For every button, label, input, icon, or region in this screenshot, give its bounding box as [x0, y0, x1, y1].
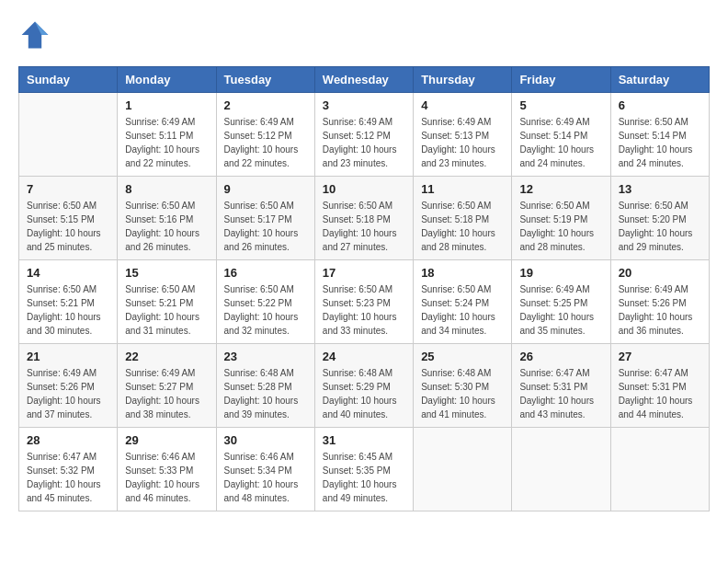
day-number: 24 [323, 350, 405, 363]
day-info: Sunrise: 6:50 AMSunset: 5:22 PMDaylight:… [224, 282, 307, 338]
calendar-cell: 13Sunrise: 6:50 AMSunset: 5:20 PMDayligh… [610, 177, 709, 260]
day-number: 12 [519, 182, 602, 196]
calendar-cell: 4Sunrise: 6:49 AMSunset: 5:13 PMDaylight… [414, 93, 512, 177]
calendar-week-row: 21Sunrise: 6:49 AMSunset: 5:26 PMDayligh… [19, 344, 710, 428]
day-number: 9 [224, 182, 307, 196]
day-number: 28 [27, 433, 109, 447]
day-info: Sunrise: 6:49 AMSunset: 5:12 PMDaylight:… [323, 115, 405, 170]
weekday-header: Saturday [610, 67, 709, 93]
weekday-header: Sunday [19, 67, 118, 93]
calendar-cell: 17Sunrise: 6:50 AMSunset: 5:23 PMDayligh… [314, 260, 413, 344]
day-number: 26 [519, 350, 602, 363]
calendar-cell: 9Sunrise: 6:50 AMSunset: 5:17 PMDaylight… [216, 177, 314, 260]
weekday-header: Friday [512, 67, 610, 93]
calendar-cell: 11Sunrise: 6:50 AMSunset: 5:18 PMDayligh… [414, 177, 512, 260]
day-number: 31 [323, 433, 405, 447]
day-info: Sunrise: 6:50 AMSunset: 5:15 PMDaylight:… [27, 199, 109, 254]
calendar-cell: 23Sunrise: 6:48 AMSunset: 5:28 PMDayligh… [216, 344, 314, 428]
day-number: 16 [224, 266, 307, 280]
calendar-cell: 16Sunrise: 6:50 AMSunset: 5:22 PMDayligh… [216, 260, 314, 344]
day-number: 29 [125, 433, 208, 447]
day-info: Sunrise: 6:49 AMSunset: 5:25 PMDaylight:… [519, 282, 602, 338]
day-info: Sunrise: 6:46 AMSunset: 5:34 PMDaylight:… [224, 450, 307, 505]
calendar-week-row: 7Sunrise: 6:50 AMSunset: 5:15 PMDaylight… [19, 177, 710, 260]
calendar-cell: 30Sunrise: 6:46 AMSunset: 5:34 PMDayligh… [216, 428, 314, 511]
day-info: Sunrise: 6:49 AMSunset: 5:27 PMDaylight:… [125, 366, 208, 421]
day-info: Sunrise: 6:50 AMSunset: 5:17 PMDaylight:… [224, 199, 307, 254]
calendar-cell: 3Sunrise: 6:49 AMSunset: 5:12 PMDaylight… [314, 93, 413, 177]
day-number: 13 [619, 182, 701, 196]
day-info: Sunrise: 6:50 AMSunset: 5:16 PMDaylight:… [125, 199, 208, 254]
page-header [18, 18, 710, 52]
calendar-header-row: SundayMondayTuesdayWednesdayThursdayFrid… [19, 67, 710, 93]
calendar-cell: 19Sunrise: 6:49 AMSunset: 5:25 PMDayligh… [512, 260, 610, 344]
weekday-header: Thursday [414, 67, 512, 93]
calendar-cell: 29Sunrise: 6:46 AMSunset: 5:33 PMDayligh… [118, 428, 216, 511]
calendar-week-row: 28Sunrise: 6:47 AMSunset: 5:32 PMDayligh… [19, 428, 710, 511]
day-number: 14 [27, 266, 109, 280]
day-info: Sunrise: 6:49 AMSunset: 5:11 PMDaylight:… [125, 115, 208, 170]
day-info: Sunrise: 6:50 AMSunset: 5:20 PMDaylight:… [619, 199, 701, 254]
calendar-cell: 8Sunrise: 6:50 AMSunset: 5:16 PMDaylight… [118, 177, 216, 260]
day-number: 8 [125, 182, 208, 196]
day-info: Sunrise: 6:47 AMSunset: 5:31 PMDaylight:… [519, 366, 602, 421]
calendar-cell: 10Sunrise: 6:50 AMSunset: 5:18 PMDayligh… [314, 177, 413, 260]
calendar-cell: 5Sunrise: 6:49 AMSunset: 5:14 PMDaylight… [512, 93, 610, 177]
day-number: 6 [619, 98, 701, 112]
logo-icon [18, 18, 51, 52]
day-info: Sunrise: 6:50 AMSunset: 5:14 PMDaylight:… [619, 115, 701, 170]
calendar-cell: 1Sunrise: 6:49 AMSunset: 5:11 PMDaylight… [118, 93, 216, 177]
day-info: Sunrise: 6:45 AMSunset: 5:35 PMDaylight:… [323, 450, 405, 505]
day-info: Sunrise: 6:49 AMSunset: 5:26 PMDaylight:… [27, 366, 109, 421]
day-number: 21 [27, 350, 109, 363]
day-info: Sunrise: 6:50 AMSunset: 5:23 PMDaylight:… [323, 282, 405, 338]
day-info: Sunrise: 6:46 AMSunset: 5:33 PMDaylight:… [125, 450, 208, 505]
day-info: Sunrise: 6:50 AMSunset: 5:24 PMDaylight:… [421, 282, 504, 338]
calendar-cell [610, 428, 709, 511]
calendar-cell: 26Sunrise: 6:47 AMSunset: 5:31 PMDayligh… [512, 344, 610, 428]
day-info: Sunrise: 6:50 AMSunset: 5:21 PMDaylight:… [27, 282, 109, 338]
weekday-header: Tuesday [216, 67, 314, 93]
weekday-header: Wednesday [314, 67, 413, 93]
day-number: 11 [421, 182, 504, 196]
day-info: Sunrise: 6:47 AMSunset: 5:32 PMDaylight:… [27, 450, 109, 505]
day-info: Sunrise: 6:49 AMSunset: 5:12 PMDaylight:… [224, 115, 307, 170]
calendar-cell: 7Sunrise: 6:50 AMSunset: 5:15 PMDaylight… [19, 177, 118, 260]
calendar-cell: 20Sunrise: 6:49 AMSunset: 5:26 PMDayligh… [610, 260, 709, 344]
calendar-week-row: 1Sunrise: 6:49 AMSunset: 5:11 PMDaylight… [19, 93, 710, 177]
logo [18, 18, 57, 52]
day-number: 20 [619, 266, 701, 280]
day-info: Sunrise: 6:47 AMSunset: 5:31 PMDaylight:… [619, 366, 701, 421]
calendar-body: 1Sunrise: 6:49 AMSunset: 5:11 PMDaylight… [19, 93, 710, 511]
day-info: Sunrise: 6:50 AMSunset: 5:19 PMDaylight:… [519, 199, 602, 254]
calendar-cell: 12Sunrise: 6:50 AMSunset: 5:19 PMDayligh… [512, 177, 610, 260]
calendar-week-row: 14Sunrise: 6:50 AMSunset: 5:21 PMDayligh… [19, 260, 710, 344]
calendar-cell: 18Sunrise: 6:50 AMSunset: 5:24 PMDayligh… [414, 260, 512, 344]
day-number: 23 [224, 350, 307, 363]
day-number: 3 [323, 98, 405, 112]
calendar-cell [512, 428, 610, 511]
day-number: 7 [27, 182, 109, 196]
calendar-cell: 24Sunrise: 6:48 AMSunset: 5:29 PMDayligh… [314, 344, 413, 428]
day-number: 4 [421, 98, 504, 112]
calendar-cell: 2Sunrise: 6:49 AMSunset: 5:12 PMDaylight… [216, 93, 314, 177]
day-number: 25 [421, 350, 504, 363]
day-number: 15 [125, 266, 208, 280]
weekday-header: Monday [118, 67, 216, 93]
day-number: 2 [224, 98, 307, 112]
day-number: 17 [323, 266, 405, 280]
day-number: 27 [619, 350, 701, 363]
day-info: Sunrise: 6:50 AMSunset: 5:21 PMDaylight:… [125, 282, 208, 338]
day-number: 30 [224, 433, 307, 447]
calendar-cell: 21Sunrise: 6:49 AMSunset: 5:26 PMDayligh… [19, 344, 118, 428]
day-info: Sunrise: 6:49 AMSunset: 5:13 PMDaylight:… [421, 115, 504, 170]
day-number: 5 [519, 98, 602, 112]
calendar-cell: 22Sunrise: 6:49 AMSunset: 5:27 PMDayligh… [118, 344, 216, 428]
day-number: 19 [519, 266, 602, 280]
calendar-table: SundayMondayTuesdayWednesdayThursdayFrid… [18, 66, 710, 511]
day-info: Sunrise: 6:48 AMSunset: 5:28 PMDaylight:… [224, 366, 307, 421]
day-info: Sunrise: 6:48 AMSunset: 5:29 PMDaylight:… [323, 366, 405, 421]
calendar-cell: 6Sunrise: 6:50 AMSunset: 5:14 PMDaylight… [610, 93, 709, 177]
calendar-cell: 31Sunrise: 6:45 AMSunset: 5:35 PMDayligh… [314, 428, 413, 511]
day-number: 1 [125, 98, 208, 112]
